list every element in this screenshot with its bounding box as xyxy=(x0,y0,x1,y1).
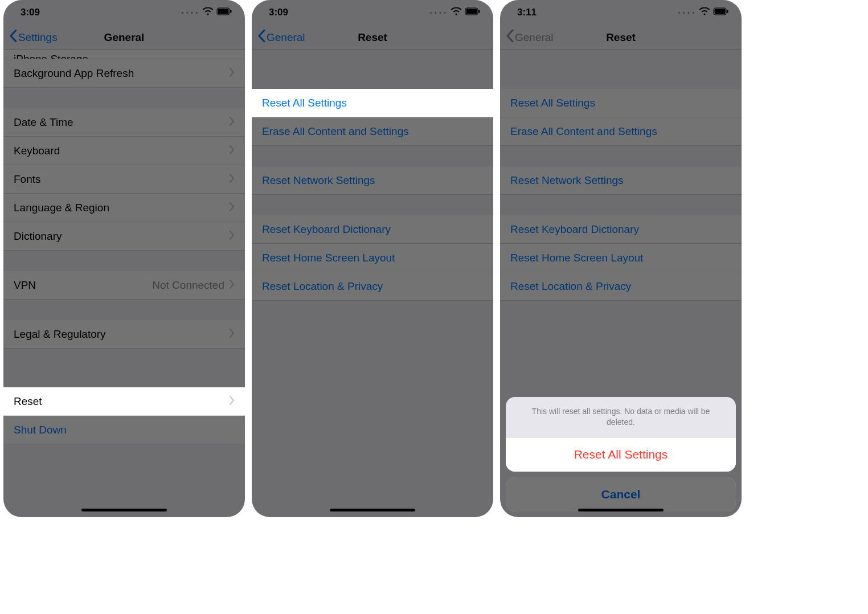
erase-all-content-item[interactable]: Erase All Content and Settings xyxy=(500,117,742,146)
section-gap xyxy=(252,146,493,166)
battery-icon xyxy=(713,7,729,18)
nav-back[interactable]: General xyxy=(252,30,305,45)
detail-text: Not Connected xyxy=(152,279,224,292)
reset-home-layout-item[interactable]: Reset Home Screen Layout xyxy=(500,244,742,272)
section-gap xyxy=(3,88,245,108)
list-item[interactable]: Language & Region xyxy=(3,194,245,222)
section-gap xyxy=(3,349,245,387)
section-gap xyxy=(500,146,742,166)
reset-keyboard-dict-item[interactable]: Reset Keyboard Dictionary xyxy=(500,215,742,244)
list-item[interactable]: VPNNot Connected xyxy=(3,271,245,300)
section-gap xyxy=(252,195,493,215)
battery-icon xyxy=(216,7,232,18)
reset-location-privacy-item[interactable]: Reset Location & Privacy xyxy=(500,272,742,301)
nav-back-label: Settings xyxy=(18,31,58,44)
cellular-dots-icon: • • • • xyxy=(430,10,447,16)
list-item[interactable]: Legal & Regulatory xyxy=(3,320,245,349)
action-sheet-group: This will reset all settings. No data or… xyxy=(506,397,736,472)
reset-all-settings-item[interactable]: Reset All Settings xyxy=(252,89,493,117)
nav-bar: Settings General xyxy=(3,25,245,50)
panel-general: 3:09 • • • • Settings General iPhone Sto… xyxy=(3,0,245,517)
panel-reset: 3:09 • • • • General Reset Reset All Set… xyxy=(252,0,493,517)
battery-icon xyxy=(465,7,481,18)
nav-bar: General Reset xyxy=(252,25,493,50)
action-sheet-message: This will reset all settings. No data or… xyxy=(506,397,736,437)
nav-back[interactable]: Settings xyxy=(3,30,58,45)
section-gap xyxy=(500,50,742,89)
reset-network-item[interactable]: Reset Network Settings xyxy=(500,166,742,195)
svg-rect-2 xyxy=(230,10,232,13)
home-indicator[interactable] xyxy=(578,509,664,511)
reset-all-settings-item[interactable]: Reset All Settings xyxy=(500,89,742,117)
erase-all-content-item[interactable]: Erase All Content and Settings xyxy=(252,117,493,146)
cellular-dots-icon: • • • • xyxy=(678,10,695,16)
nav-back: General xyxy=(500,30,554,45)
reset-list[interactable]: Reset All Settings Erase All Content and… xyxy=(252,50,493,301)
chevron-right-icon xyxy=(229,67,235,80)
chevron-left-icon xyxy=(506,30,514,45)
shut-down-item[interactable]: Shut Down xyxy=(3,416,245,444)
chevron-right-icon xyxy=(229,202,235,214)
svg-rect-5 xyxy=(478,10,480,13)
chevron-right-icon xyxy=(229,116,235,129)
chevron-left-icon xyxy=(257,30,265,45)
action-sheet-cancel-button[interactable]: Cancel xyxy=(506,477,736,511)
list-item[interactable]: Keyboard xyxy=(3,137,245,165)
panel-reset-confirm: 3:11 • • • • General Reset Reset All Set… xyxy=(500,0,742,517)
reset-network-item[interactable]: Reset Network Settings xyxy=(252,166,493,195)
status-bar: 3:09 • • • • xyxy=(3,0,245,25)
nav-back-label: General xyxy=(515,31,554,44)
chevron-right-icon xyxy=(229,395,235,408)
settings-list[interactable]: iPhone Storage Background App Refresh Da… xyxy=(3,50,245,444)
reset-home-layout-item[interactable]: Reset Home Screen Layout xyxy=(252,244,493,272)
chevron-right-icon xyxy=(229,145,235,157)
list-item[interactable]: iPhone Storage xyxy=(3,50,245,59)
svg-rect-7 xyxy=(715,9,726,14)
svg-rect-1 xyxy=(218,9,229,14)
svg-rect-8 xyxy=(727,10,728,13)
list-item[interactable]: Fonts xyxy=(3,165,245,194)
chevron-right-icon xyxy=(229,279,235,292)
nav-bar: General Reset xyxy=(500,25,742,50)
action-sheet-destructive-button[interactable]: Reset All Settings xyxy=(506,437,736,472)
list-item[interactable]: Background App Refresh xyxy=(3,59,245,88)
home-indicator[interactable] xyxy=(81,509,167,511)
home-indicator[interactable] xyxy=(330,509,415,511)
svg-rect-4 xyxy=(466,9,477,14)
reset-list: Reset All Settings Erase All Content and… xyxy=(500,50,742,301)
status-right: • • • • xyxy=(430,7,481,18)
status-time: 3:09 xyxy=(21,7,40,18)
chevron-left-icon xyxy=(9,30,17,45)
section-gap xyxy=(3,300,245,320)
chevron-right-icon xyxy=(229,230,235,243)
status-right: • • • • xyxy=(182,7,232,18)
status-time: 3:11 xyxy=(517,7,537,18)
chevron-right-icon xyxy=(229,328,235,341)
status-time: 3:09 xyxy=(269,7,288,18)
reset-item[interactable]: Reset xyxy=(3,387,245,416)
section-gap xyxy=(500,195,742,215)
list-item[interactable]: Dictionary xyxy=(3,222,245,251)
status-right: • • • • xyxy=(678,7,729,18)
cellular-dots-icon: • • • • xyxy=(182,10,198,16)
status-bar: 3:11 • • • • xyxy=(500,0,742,25)
reset-keyboard-dict-item[interactable]: Reset Keyboard Dictionary xyxy=(252,215,493,244)
wifi-icon xyxy=(203,7,213,18)
chevron-right-icon xyxy=(229,173,235,186)
section-gap xyxy=(3,251,245,271)
reset-location-privacy-item[interactable]: Reset Location & Privacy xyxy=(252,272,493,301)
status-bar: 3:09 • • • • xyxy=(252,0,493,25)
action-sheet: This will reset all settings. No data or… xyxy=(506,397,736,511)
wifi-icon xyxy=(699,7,710,18)
wifi-icon xyxy=(451,7,461,18)
section-gap xyxy=(252,50,493,89)
nav-back-label: General xyxy=(267,31,305,44)
list-item[interactable]: Date & Time xyxy=(3,108,245,137)
